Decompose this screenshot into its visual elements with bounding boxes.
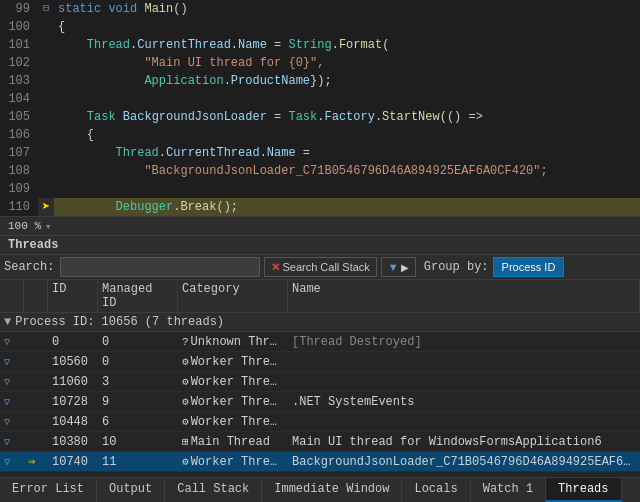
line-content: Task BackgroundJsonLoader = Task.Factory… bbox=[54, 108, 640, 126]
line-content: Thread.CurrentThread.Name = bbox=[54, 144, 640, 162]
filter-button[interactable]: ▼ ▶ bbox=[381, 257, 416, 277]
category-cell: ⚙Worker Thread bbox=[178, 395, 288, 409]
category-icon: ⚙ bbox=[182, 376, 189, 388]
line-number: 102 bbox=[0, 54, 38, 72]
tab-threads[interactable]: Threads bbox=[546, 478, 621, 502]
name-cell: [Thread Destroyed] bbox=[288, 335, 640, 349]
code-segment: . bbox=[159, 146, 166, 160]
managed-id-cell: 6 bbox=[98, 415, 178, 429]
col-header-category: Category bbox=[178, 280, 288, 312]
code-segment: (() => bbox=[440, 110, 483, 124]
category-cell: ⚙Worker Thread bbox=[178, 455, 288, 469]
tab-call-stack[interactable]: Call Stack bbox=[165, 478, 262, 502]
table-row[interactable]: ▽ 10448 6 ⚙Worker Thread bbox=[0, 412, 640, 432]
code-segment: Debugger bbox=[116, 200, 174, 214]
line-gutter bbox=[38, 144, 54, 162]
category-cell: ⚙Worker Thread bbox=[178, 355, 288, 369]
tab-immediate-window[interactable]: Immediate Window bbox=[262, 478, 402, 502]
code-segment: CurrentThread bbox=[166, 146, 260, 160]
code-line-99: 99⊟static void Main() bbox=[0, 0, 640, 18]
group-expand-icon: ▼ bbox=[4, 315, 11, 329]
code-line-108: 108 "BackgroundJsonLoader_C71B0546796D46… bbox=[0, 162, 640, 180]
filter-arrow-right: ▶ bbox=[401, 262, 409, 273]
line-content: Application.ProductName}); bbox=[54, 72, 640, 90]
search-input[interactable] bbox=[60, 257, 260, 277]
table-row[interactable]: ▽ 10560 0 ⚙Worker Thread bbox=[0, 352, 640, 372]
filter-icon: ▼ bbox=[388, 261, 399, 273]
code-segment: Thread bbox=[116, 146, 159, 160]
id-cell: 0 bbox=[48, 335, 98, 349]
line-gutter: ⊟ bbox=[38, 0, 54, 18]
zoom-bar: 100 % ▾ bbox=[0, 216, 640, 236]
line-gutter bbox=[38, 72, 54, 90]
line-content: { bbox=[54, 18, 640, 36]
category-icon: ⚙ bbox=[182, 396, 189, 408]
line-content: "BackgroundJsonLoader_C71B0546796D46A894… bbox=[54, 162, 640, 180]
code-line-104: 104 bbox=[0, 90, 640, 108]
tab-error-list[interactable]: Error List bbox=[0, 478, 97, 502]
flag-icon: ▽ bbox=[4, 397, 10, 408]
table-row[interactable]: ▽ ⇒ 10740 11 ⚙Worker Thread BackgroundJs… bbox=[0, 452, 640, 472]
line-number: 109 bbox=[0, 180, 38, 198]
category-cell: ⚙Worker Thread bbox=[178, 415, 288, 429]
code-line-110: 110➤ Debugger.Break(); bbox=[0, 198, 640, 216]
code-segment: { bbox=[58, 128, 94, 142]
code-line-106: 106 { bbox=[0, 126, 640, 144]
line-number: 110 bbox=[0, 198, 38, 216]
search-label: Search: bbox=[4, 260, 54, 274]
tab-output[interactable]: Output bbox=[97, 478, 165, 502]
line-number: 101 bbox=[0, 36, 38, 54]
code-segment: ( bbox=[382, 38, 389, 52]
name-cell: BackgroundJsonLoader_C71B0546796D46A8949… bbox=[288, 455, 640, 469]
zoom-level: 100 % bbox=[8, 220, 41, 232]
id-cell: 10448 bbox=[48, 415, 98, 429]
id-cell: 11060 bbox=[48, 375, 98, 389]
tab-locals[interactable]: Locals bbox=[402, 478, 470, 502]
line-gutter bbox=[38, 126, 54, 144]
line-gutter bbox=[38, 18, 54, 36]
table-row[interactable]: ▽ 0 0 ?Unknown Thread [Thread Destroyed] bbox=[0, 332, 640, 352]
process-id-button[interactable]: Process ID bbox=[493, 257, 565, 277]
line-number: 104 bbox=[0, 90, 38, 108]
x-icon: ✕ bbox=[271, 261, 280, 274]
line-number: 100 bbox=[0, 18, 38, 36]
table-header: ID Managed ID Category Name bbox=[0, 280, 640, 313]
code-segment: { bbox=[58, 20, 65, 34]
table-row[interactable]: ▽ 10380 10 ⊞Main Thread Main UI thread f… bbox=[0, 432, 640, 452]
search-call-stack-button[interactable]: ✕ Search Call Stack bbox=[264, 257, 376, 277]
line-number: 106 bbox=[0, 126, 38, 144]
flag-icon: ▽ bbox=[4, 357, 10, 368]
flag-icon: ▽ bbox=[4, 417, 10, 428]
code-segment: . bbox=[260, 146, 267, 160]
line-number: 105 bbox=[0, 108, 38, 126]
id-cell: 10560 bbox=[48, 355, 98, 369]
tab-watch-1[interactable]: Watch 1 bbox=[471, 478, 546, 502]
line-gutter bbox=[38, 108, 54, 126]
code-segment: . bbox=[332, 38, 339, 52]
flag-cell: ▽ bbox=[0, 355, 24, 369]
line-gutter bbox=[38, 162, 54, 180]
table-row[interactable]: ▽ 11060 3 ⚙Worker Thread bbox=[0, 372, 640, 392]
group-by-label: Group by: bbox=[424, 260, 489, 274]
arrow-cell: ⇒ bbox=[24, 454, 48, 469]
code-segment: Factory bbox=[324, 110, 374, 124]
code-segment: BackgroundJsonLoader bbox=[123, 110, 267, 124]
code-line-101: 101 Thread.CurrentThread.Name = String.F… bbox=[0, 36, 640, 54]
flag-cell: ▽ bbox=[0, 415, 24, 429]
flag-cell: ▽ bbox=[0, 375, 24, 389]
code-segment bbox=[58, 164, 144, 178]
code-segment: "BackgroundJsonLoader_C71B0546796D46A894… bbox=[144, 164, 547, 178]
search-call-stack-label: Search Call Stack bbox=[282, 261, 369, 273]
line-content: { bbox=[54, 126, 640, 144]
category-cell: ⚙Worker Thread bbox=[178, 375, 288, 389]
code-segment: "Main UI thread for {0}", bbox=[144, 56, 324, 70]
name-cell: .NET SystemEvents bbox=[288, 395, 640, 409]
code-segment bbox=[58, 110, 87, 124]
table-row[interactable]: ▽ 10728 9 ⚙Worker Thread .NET SystemEven… bbox=[0, 392, 640, 412]
line-gutter bbox=[38, 180, 54, 198]
line-content: "Main UI thread for {0}", bbox=[54, 54, 640, 72]
line-gutter bbox=[38, 90, 54, 108]
managed-id-cell: 0 bbox=[98, 355, 178, 369]
managed-id-cell: 9 bbox=[98, 395, 178, 409]
flag-cell: ▽ bbox=[0, 395, 24, 409]
